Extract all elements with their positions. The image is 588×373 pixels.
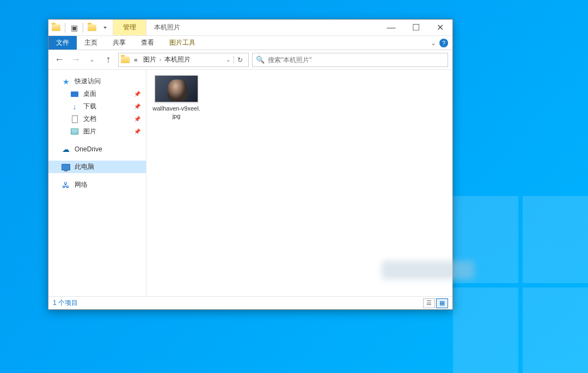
tab-home[interactable]: 主页: [77, 36, 105, 50]
sidebar-label: OneDrive: [75, 145, 102, 153]
status-bar: 1 个项目 ☰ ▦: [48, 296, 452, 309]
contextual-tab-label: 管理: [113, 20, 146, 35]
download-icon: ↓: [70, 102, 79, 111]
search-icon: 🔍: [256, 56, 265, 64]
sidebar-item-pictures[interactable]: 图片 📌: [48, 125, 146, 138]
sidebar-label: 此电脑: [75, 162, 94, 172]
quick-access-toolbar: ▣: [48, 20, 113, 35]
address-dropdown-icon[interactable]: ⌄: [224, 57, 232, 63]
sidebar-item-label: 文档: [83, 114, 96, 124]
pc-icon: [62, 163, 70, 172]
tab-picture-tools[interactable]: 图片工具: [162, 36, 203, 50]
recent-locations-dropdown[interactable]: ⌄: [85, 53, 99, 66]
pin-icon: 📌: [134, 116, 140, 122]
help-icon[interactable]: ?: [439, 39, 448, 47]
ribbon-collapse-icon[interactable]: ⌄: [431, 39, 436, 47]
navigation-pane: ★ 快速访问 桌面 📌 ↓ 下载 📌 文档 📌: [48, 70, 146, 296]
sidebar-item-downloads[interactable]: ↓ 下载 📌: [48, 100, 146, 113]
new-folder-icon[interactable]: [87, 22, 97, 33]
file-item[interactable]: wallhaven-v9xeel.jpg: [152, 75, 201, 120]
forward-button[interactable]: →: [69, 53, 82, 66]
sidebar-item-label: 图片: [83, 127, 96, 136]
separator: [83, 23, 83, 33]
star-icon: ★: [62, 77, 70, 86]
sidebar-network[interactable]: 🖧 网络: [48, 179, 146, 191]
sidebar-label: 快速访问: [75, 77, 101, 86]
sidebar-label: 网络: [75, 180, 88, 189]
pictures-icon: [70, 127, 79, 136]
breadcrumb-prefix: «: [132, 56, 140, 64]
pin-icon: 📌: [134, 91, 140, 97]
sidebar-this-pc[interactable]: 此电脑: [48, 161, 146, 173]
item-count: 1 个项目: [53, 298, 78, 308]
pin-icon: 📌: [134, 103, 140, 109]
search-box[interactable]: 🔍: [252, 53, 448, 67]
up-button[interactable]: ↑: [102, 53, 115, 66]
sidebar-quick-access[interactable]: ★ 快速访问: [48, 75, 146, 88]
properties-icon[interactable]: ▣: [69, 22, 79, 33]
tab-view[interactable]: 查看: [133, 36, 162, 50]
folder-icon: [121, 57, 130, 63]
sidebar-item-desktop[interactable]: 桌面 📌: [48, 88, 146, 100]
ribbon-tabs: 文件 主页 共享 查看 图片工具 ⌄ ?: [48, 36, 452, 50]
pin-icon: 📌: [134, 129, 140, 134]
refresh-button[interactable]: ↻: [234, 56, 246, 64]
sidebar-item-documents[interactable]: 文档 📌: [48, 113, 146, 125]
file-thumbnail: [155, 75, 198, 102]
back-button[interactable]: ←: [53, 53, 66, 66]
minimize-button[interactable]: —: [379, 20, 403, 35]
folder-icon: [51, 22, 62, 33]
window-title: 本机照片: [146, 20, 188, 35]
tab-share[interactable]: 共享: [105, 36, 133, 50]
desktop-icon: [70, 90, 79, 99]
sidebar-item-label: 桌面: [83, 89, 96, 99]
breadcrumb-current[interactable]: 本机照片: [162, 55, 193, 64]
close-button[interactable]: ✕: [428, 20, 452, 35]
tab-file[interactable]: 文件: [48, 36, 77, 50]
separator: [65, 23, 65, 33]
cloud-icon: ☁: [62, 145, 70, 154]
sidebar-item-label: 下载: [83, 102, 96, 111]
window-controls: — ☐ ✕: [379, 20, 452, 35]
address-bar[interactable]: « 图片 › 本机照片 ⌄ ↻: [118, 53, 249, 67]
blurred-region: [382, 261, 474, 279]
file-name: wallhaven-v9xeel.jpg: [152, 105, 200, 120]
breadcrumb-separator-icon: ›: [160, 57, 161, 63]
sidebar-onedrive[interactable]: ☁ OneDrive: [48, 143, 146, 155]
titlebar: ▣ 管理 本机照片 — ☐ ✕: [48, 20, 452, 36]
desktop-windows-logo: [453, 196, 588, 373]
view-thumbnails-button[interactable]: ▦: [436, 298, 448, 308]
navigation-row: ← → ⌄ ↑ « 图片 › 本机照片 ⌄ ↻ 🔍: [48, 50, 452, 70]
breadcrumb-pictures[interactable]: 图片: [141, 55, 158, 64]
file-explorer-window: ▣ 管理 本机照片 — ☐ ✕ 文件 主页 共享 查看 图片工具 ⌄ ? ← →…: [48, 19, 453, 310]
search-input[interactable]: [268, 56, 444, 64]
view-details-button[interactable]: ☰: [423, 298, 435, 308]
network-icon: 🖧: [62, 181, 70, 189]
qat-dropdown[interactable]: [100, 22, 111, 33]
document-icon: [70, 115, 79, 124]
maximize-button[interactable]: ☐: [403, 20, 428, 35]
